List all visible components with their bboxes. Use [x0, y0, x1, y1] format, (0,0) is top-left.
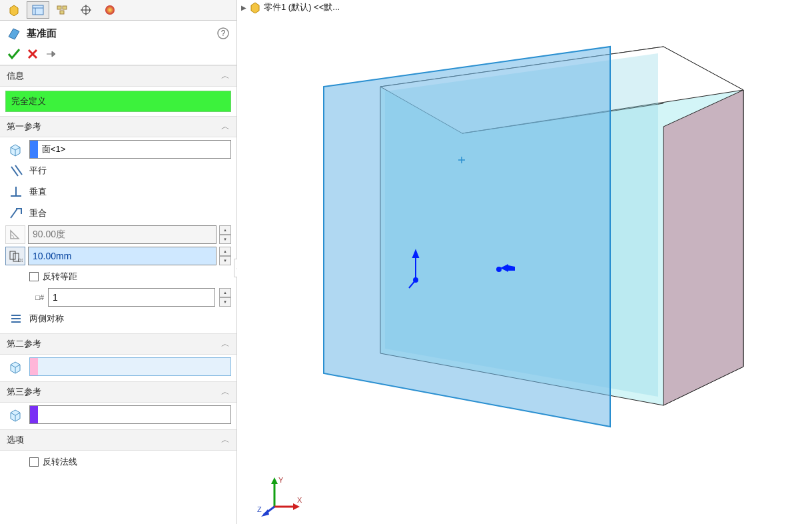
svg-marker-33 [271, 477, 278, 484]
svg-marker-35 [293, 503, 300, 510]
ref3-swatch [30, 406, 38, 423]
ref1-coincident-option[interactable]: 重合 [5, 204, 231, 223]
ref1-distance-input[interactable] [28, 247, 216, 265]
section-body-ref3 [0, 403, 236, 429]
ref1-symmetric-option[interactable]: 两侧对称 [5, 309, 231, 328]
chevron-up-icon: ︿ [221, 70, 230, 82]
chevron-up-icon: ︿ [221, 338, 230, 350]
pin-icon[interactable] [44, 48, 57, 60]
triad-z-label: Z [257, 505, 262, 513]
svg-rect-1 [33, 5, 43, 15]
svg-rect-18 [10, 251, 15, 259]
svg-line-17 [11, 209, 17, 218]
plane-icon [7, 26, 21, 41]
section-body-options: 反转法线 [0, 451, 236, 476]
triad-x-label: X [297, 496, 302, 504]
ref1-count-input[interactable] [48, 288, 215, 307]
section-body-ref1: 平行 垂直 重合 ▲▼ D1 ▲▼ 反转等距 [0, 137, 236, 333]
section-head-info[interactable]: 信息 ︿ [0, 65, 236, 87]
ref3-entity-icon[interactable] [5, 405, 25, 424]
ref1-coincident-label: 重合 [29, 207, 47, 219]
offset-distance-icon: D1 [8, 249, 23, 263]
ref1-distance-spinner[interactable]: ▲▼ [219, 247, 231, 265]
ref1-count-spinner[interactable]: ▲▼ [219, 288, 231, 307]
ref1-angle-icon-btn[interactable] [5, 225, 25, 244]
section-body-ref2 [0, 355, 236, 381]
section-title-ref2: 第二参考 [7, 338, 41, 350]
panel-tab-strip [0, 0, 236, 21]
action-bar [0, 45, 236, 65]
tab-configuration[interactable] [51, 1, 73, 19]
chevron-up-icon: ︿ [221, 386, 230, 398]
feature-header: 基准面 ? [0, 21, 236, 45]
section-title-ref3: 第三参考 [7, 386, 41, 398]
ref2-entity-icon[interactable] [5, 357, 25, 376]
ref2-selection-box[interactable] [29, 357, 231, 376]
ref1-angle-input[interactable] [28, 225, 216, 244]
cancel-icon[interactable] [27, 48, 39, 60]
ref1-selection-input[interactable] [38, 145, 230, 155]
angle-icon [8, 228, 23, 241]
config-icon [55, 4, 69, 16]
ref1-perpendicular-option[interactable]: 垂直 [5, 183, 231, 201]
face-cube-icon [8, 407, 23, 422]
view-triad[interactable]: Y X Z [256, 472, 302, 519]
section-head-options[interactable]: 选项 ︿ [0, 429, 236, 451]
property-manager-panel: 基准面 ? 信息 ︿ 完全定义 第一参考 ︿ 平行 [0, 0, 237, 524]
crosshair-icon [79, 4, 93, 16]
status-fully-defined: 完全定义 [5, 91, 231, 112]
coincident-icon [9, 207, 23, 220]
ref1-perpendicular-label: 垂直 [29, 186, 47, 198]
scene-3d [237, 0, 812, 524]
count-icon: □# [29, 293, 44, 301]
section-title-ref1: 第一参考 [7, 121, 41, 133]
section-head-ref1[interactable]: 第一参考 ︿ [0, 116, 236, 137]
tab-dimxpert[interactable] [75, 1, 97, 19]
ref1-entity-icon[interactable] [5, 140, 25, 159]
tab-display[interactable] [99, 1, 121, 19]
chevron-up-icon: ︿ [221, 434, 230, 446]
ref2-selection-input[interactable] [38, 362, 230, 372]
svg-marker-37 [261, 509, 269, 517]
ref1-selection-box[interactable] [29, 140, 231, 159]
svg-rect-4 [57, 6, 61, 9]
cube-gold-icon [7, 4, 21, 16]
symmetric-icon [9, 312, 23, 325]
svg-rect-5 [63, 6, 67, 9]
ref1-parallel-label: 平行 [29, 165, 47, 177]
feature-title: 基准面 [27, 27, 57, 40]
chevron-up-icon: ︿ [221, 121, 230, 133]
ref1-parallel-option[interactable]: 平行 [5, 161, 231, 180]
reverse-normal-label: 反转法线 [43, 456, 77, 468]
appearance-sphere-icon [103, 4, 117, 16]
ref3-selection-box[interactable] [29, 405, 231, 424]
section-title-options: 选项 [7, 434, 24, 446]
help-icon[interactable]: ? [216, 27, 230, 40]
tab-property-manager[interactable] [27, 1, 49, 19]
svg-point-29 [496, 267, 502, 272]
ref1-reverse-offset-row[interactable]: 反转等距 [5, 268, 231, 285]
graphics-viewport[interactable]: ▶ 零件1 (默认) <<默... [237, 0, 812, 524]
ref1-angle-spinner[interactable]: ▲▼ [219, 225, 231, 244]
section-head-ref2[interactable]: 第二参考 ︿ [0, 333, 236, 355]
tab-feature-tree[interactable] [3, 1, 25, 19]
perpendicular-icon [9, 185, 23, 199]
ref1-swatch [30, 141, 38, 158]
property-panel-icon [31, 4, 45, 16]
parallel-icon [9, 164, 23, 177]
svg-point-28 [414, 278, 418, 282]
ref1-distance-icon-btn[interactable]: D1 [5, 247, 25, 265]
ref1-reverse-offset-label: 反转等距 [43, 271, 77, 283]
svg-text:D1: D1 [18, 258, 23, 263]
svg-point-10 [105, 5, 115, 15]
section-title-info: 信息 [7, 70, 24, 82]
section-head-ref3[interactable]: 第三参考 ︿ [0, 381, 236, 403]
reverse-normal-checkbox[interactable] [29, 457, 39, 467]
ref1-reverse-offset-checkbox[interactable] [29, 272, 39, 281]
ref3-selection-input[interactable] [38, 410, 230, 420]
ref2-swatch [30, 358, 38, 375]
svg-marker-0 [10, 5, 18, 16]
ok-icon[interactable] [7, 47, 21, 61]
face-cube-icon [8, 359, 23, 374]
reverse-normal-row[interactable]: 反转法线 [5, 453, 231, 471]
